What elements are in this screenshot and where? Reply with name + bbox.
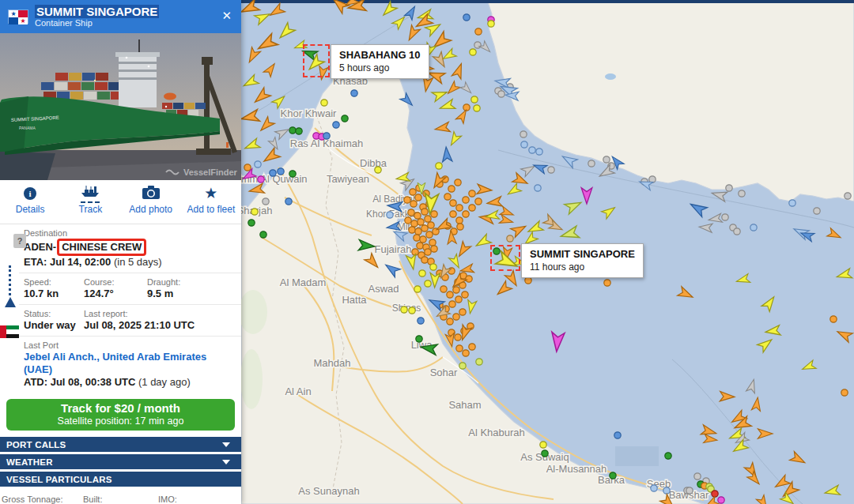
- vessel-dot-marker[interactable]: [321, 100, 327, 106]
- vessel-dot-marker[interactable]: [323, 133, 330, 139]
- vessel-dot-marker[interactable]: [421, 225, 428, 231]
- vessel-dot-marker[interactable]: [409, 227, 415, 233]
- vessel-dot-marker[interactable]: [694, 473, 701, 480]
- vessel-dot-marker[interactable]: [285, 198, 292, 205]
- vessel-dot-marker[interactable]: [447, 318, 453, 325]
- vessel-dot-marker[interactable]: [469, 190, 475, 197]
- vessel-dot-marker[interactable]: [588, 160, 595, 167]
- vessel-dot-marker[interactable]: [726, 185, 732, 191]
- vessel-dot-marker[interactable]: [255, 161, 261, 167]
- vessel-dot-marker[interactable]: [475, 28, 482, 35]
- last-port-link[interactable]: Jebel Ali Anch., United Arab Emirates (U…: [24, 351, 235, 376]
- vessel-dot-marker[interactable]: [428, 222, 434, 228]
- vessel-dot-marker[interactable]: [474, 42, 481, 48]
- vessel-dot-marker[interactable]: [540, 442, 546, 448]
- vessel-dot-marker[interactable]: [450, 211, 456, 217]
- vessel-dot-marker[interactable]: [263, 198, 269, 205]
- close-icon[interactable]: ✕: [221, 9, 232, 23]
- vessel-dot-marker[interactable]: [414, 213, 421, 219]
- accordion-port-calls[interactable]: PORT CALLS: [0, 437, 241, 452]
- vessel-dot-marker[interactable]: [289, 127, 296, 134]
- vessel-dot-marker[interactable]: [462, 291, 468, 298]
- accordion-vessel-particulars[interactable]: VESSEL PARTICULARS: [0, 472, 241, 487]
- vessel-dot-marker[interactable]: [419, 270, 425, 276]
- vessel-dot-marker[interactable]: [456, 205, 463, 211]
- vessel-dot-marker[interactable]: [665, 453, 671, 459]
- vessel-dot-marker[interactable]: [548, 167, 554, 173]
- vessel-dot-marker[interactable]: [610, 472, 616, 479]
- vessel-dot-marker[interactable]: [463, 350, 469, 356]
- vessel-dot-marker[interactable]: [507, 235, 513, 242]
- vessel-dot-marker[interactable]: [414, 235, 420, 241]
- vessel-dot-marker[interactable]: [410, 189, 416, 195]
- vessel-dot-marker[interactable]: [686, 487, 693, 494]
- vessel-dot-marker[interactable]: [529, 147, 535, 153]
- vessel-dot-marker[interactable]: [251, 209, 258, 215]
- vessel-dot-marker[interactable]: [417, 243, 423, 249]
- vessel-dot-marker[interactable]: [418, 318, 424, 324]
- vessel-dot-marker[interactable]: [258, 176, 264, 182]
- vessel-dot-marker[interactable]: [429, 239, 436, 246]
- vessel-dot-marker[interactable]: [425, 280, 431, 287]
- vessel-dot-marker[interactable]: [333, 122, 339, 128]
- vessel-dot-marker[interactable]: [248, 220, 255, 226]
- vessel-dot-marker[interactable]: [841, 389, 848, 396]
- vessel-dot-marker[interactable]: [463, 211, 469, 217]
- vessel-dot-marker[interactable]: [521, 141, 527, 148]
- vessel-dot-marker[interactable]: [409, 307, 415, 314]
- vessel-dot-marker[interactable]: [448, 186, 455, 192]
- vessel-dot-marker[interactable]: [535, 185, 541, 191]
- vessel-dot-marker[interactable]: [453, 314, 459, 320]
- vessel-dot-marker[interactable]: [426, 231, 433, 238]
- accordion-weather[interactable]: WEATHER: [0, 454, 241, 469]
- vessel-dot-marker[interactable]: [663, 487, 670, 494]
- vessel-popup-shabahang[interactable]: SHABAHANG 10 5 hours ago: [331, 44, 429, 79]
- vessel-dot-marker[interactable]: [520, 131, 527, 137]
- vessel-dot-marker[interactable]: [471, 96, 478, 103]
- vessel-dot-marker[interactable]: [244, 164, 251, 171]
- vessel-dot-marker[interactable]: [845, 193, 851, 199]
- vessel-dot-marker[interactable]: [421, 209, 428, 215]
- vessel-dot-marker[interactable]: [469, 344, 475, 350]
- vessel-dot-marker[interactable]: [718, 497, 724, 503]
- vessel-dot-marker[interactable]: [405, 217, 411, 224]
- vessel-dot-marker[interactable]: [739, 190, 745, 197]
- vessel-dot-marker[interactable]: [463, 14, 470, 21]
- vessel-dot-marker[interactable]: [456, 217, 463, 224]
- vessel-dot-marker[interactable]: [351, 90, 357, 96]
- vessel-dot-marker[interactable]: [420, 236, 426, 243]
- vessel-dot-marker[interactable]: [470, 49, 476, 55]
- vessel-dot-marker[interactable]: [411, 220, 418, 227]
- vessel-dot-marker[interactable]: [296, 128, 302, 134]
- vessel-dot-marker[interactable]: [444, 194, 451, 200]
- vessel-dot-marker[interactable]: [614, 432, 621, 438]
- vessel-dot-marker[interactable]: [431, 246, 437, 252]
- vessel-dot-marker[interactable]: [431, 211, 437, 217]
- vessel-dot-marker[interactable]: [456, 345, 463, 352]
- vessel-dot-marker[interactable]: [416, 336, 422, 342]
- vessel-dot-marker[interactable]: [542, 450, 548, 457]
- vessel-dot-marker[interactable]: [475, 198, 482, 205]
- vessel-dot-marker[interactable]: [260, 231, 266, 238]
- vessel-dot-marker[interactable]: [425, 216, 431, 222]
- vessel-dot-marker[interactable]: [455, 179, 461, 186]
- vessel-dot-marker[interactable]: [466, 276, 472, 282]
- vessel-dot-marker[interactable]: [469, 205, 475, 211]
- vessel-dot-marker[interactable]: [447, 291, 453, 298]
- details-button[interactable]: i Details: [0, 186, 60, 224]
- vessel-dot-marker[interactable]: [408, 209, 414, 216]
- vessel-dot-marker[interactable]: [603, 156, 610, 163]
- vessel-dot-marker[interactable]: [401, 307, 407, 313]
- vessel-dot-marker[interactable]: [415, 228, 421, 235]
- vessel-popup-summit[interactable]: SUMMIT SINGAPORE 11 hours ago: [521, 243, 644, 278]
- vessel-dot-marker[interactable]: [536, 149, 542, 155]
- vessel-dot-marker[interactable]: [722, 214, 728, 220]
- vessel-dot-marker[interactable]: [421, 257, 428, 263]
- vessel-dot-marker[interactable]: [455, 296, 462, 303]
- vessel-dot-marker[interactable]: [525, 277, 531, 284]
- vessel-dot-marker[interactable]: [270, 170, 276, 176]
- vessel-dot-marker[interactable]: [418, 219, 424, 225]
- vessel-dot-marker[interactable]: [750, 224, 757, 231]
- vessel-dot-marker[interactable]: [415, 194, 421, 201]
- vessel-dot-marker[interactable]: [450, 200, 456, 206]
